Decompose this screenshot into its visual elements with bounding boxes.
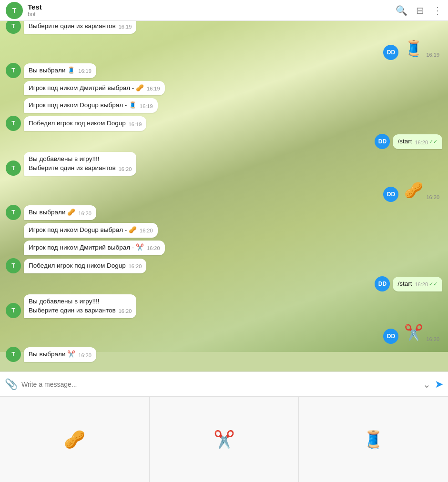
message-text: 🧵 bbox=[404, 40, 423, 57]
message-row: TВы выбрали 🧵16:19 bbox=[6, 63, 442, 78]
message-text: Игрок под ником Дмитрий выбрал - ✂️ bbox=[29, 244, 144, 251]
message-row: /start16:20✓✓DD bbox=[6, 134, 442, 149]
message-time: 16:20 bbox=[415, 139, 428, 146]
message-bubble: 🥜16:20 bbox=[401, 179, 442, 202]
message-text: Победил игрок под ником Dogup bbox=[29, 262, 126, 269]
message-bubble: /start16:20✓✓ bbox=[393, 134, 442, 149]
avatar: DD bbox=[375, 134, 390, 149]
message-bubble: Вы выбрали 🧵16:19 bbox=[24, 63, 96, 78]
message-bubble: Вы выбрали ✂️16:20 bbox=[24, 347, 96, 362]
message-bubble: ✂️16:20 bbox=[401, 321, 442, 344]
message-row: Игрок под ником Dogup выбрал - 🥜16:20 bbox=[6, 223, 442, 238]
avatar: DD bbox=[383, 45, 398, 60]
message-bubble: Игрок под ником Dogup выбрал - 🥜16:20 bbox=[24, 223, 158, 238]
message-time: 16:19 bbox=[140, 103, 153, 110]
chat-area: TВы добавлены в игру!!!! Выберите один и… bbox=[0, 21, 448, 372]
message-row: TПобедил игрок под ником Dogup16:19 bbox=[6, 116, 442, 131]
message-row: Игрок под ником Дмитрий выбрал - 🥜16:19 bbox=[6, 81, 442, 96]
message-row: TВы выбрали 🥜16:20 bbox=[6, 205, 442, 220]
message-time: 16:19 bbox=[426, 51, 439, 59]
message-text: ✂️ bbox=[404, 324, 423, 341]
message-text: Игрок под ником Дмитрий выбрал - 🥜 bbox=[29, 84, 144, 91]
input-area: 📎 ⌄ ➤ bbox=[0, 372, 448, 396]
message-time: 16:20 bbox=[140, 227, 153, 234]
message-time: 16:20 bbox=[119, 166, 132, 173]
message-bubble: Игрок под ником Дмитрий выбрал - 🥜16:19 bbox=[24, 81, 165, 96]
bot-button-2[interactable]: 🧵 bbox=[299, 397, 448, 482]
message-time: 16:19 bbox=[129, 121, 142, 128]
message-row: ✂️16:20DD bbox=[6, 321, 442, 344]
avatar: T bbox=[6, 21, 21, 34]
message-time: 16:20 bbox=[119, 308, 132, 315]
message-text: Игрок под ником Dogup выбрал - 🥜 bbox=[29, 226, 137, 233]
message-time: 16:19 bbox=[78, 68, 92, 75]
message-bubble: Вы добавлены в игру!!!! Выберите один из… bbox=[24, 152, 136, 176]
header-subtitle: bot bbox=[28, 11, 396, 18]
message-bubble: Победил игрок под ником Dogup16:20 bbox=[24, 259, 146, 273]
message-text: Вы выбрали ✂️ bbox=[29, 351, 75, 358]
message-row: TПобедил игрок под ником Dogup16:20 bbox=[6, 258, 442, 273]
header-avatar: T bbox=[6, 2, 23, 19]
message-row: TВы добавлены в игру!!!! Выберите один и… bbox=[6, 21, 442, 34]
header-title: Test bbox=[28, 3, 396, 11]
message-text: Вы выбрали 🥜 bbox=[29, 209, 75, 216]
message-bubble: 🧵16:19 bbox=[401, 37, 442, 60]
message-time: 16:19 bbox=[119, 23, 132, 30]
chevron-down-icon[interactable]: ⌄ bbox=[423, 379, 431, 390]
message-time: 16:20 bbox=[78, 352, 92, 359]
message-bubble: Игрок под ником Дмитрий выбрал - ✂️16:20 bbox=[24, 241, 165, 255]
message-text: /start bbox=[397, 138, 412, 145]
message-bubble: Вы выбрали 🥜16:20 bbox=[24, 205, 96, 220]
avatar: T bbox=[6, 63, 21, 78]
message-bubble: /start16:20✓✓ bbox=[393, 277, 442, 291]
avatar: DD bbox=[383, 329, 398, 344]
message-tick: ✓✓ bbox=[429, 281, 438, 287]
message-row: TВы добавлены в игру!!!! Выберите один и… bbox=[6, 152, 442, 176]
message-time: 16:20 bbox=[129, 263, 142, 270]
avatar: T bbox=[6, 347, 21, 362]
avatar: T bbox=[6, 303, 21, 318]
avatar: DD bbox=[383, 187, 398, 202]
search-icon[interactable]: 🔍 bbox=[396, 5, 407, 16]
message-bubble: Победил игрок под ником Dogup16:19 bbox=[24, 116, 146, 131]
message-text: Победил игрок под ником Dogup bbox=[29, 120, 126, 127]
bot-button-1[interactable]: ✂️ bbox=[150, 397, 299, 482]
panel-icon[interactable]: ⊟ bbox=[416, 5, 424, 16]
message-tick: ✓✓ bbox=[429, 139, 438, 144]
message-time: 16:20 bbox=[78, 210, 92, 217]
message-row: TВы выбрали ✂️16:20 bbox=[6, 347, 442, 362]
attach-icon[interactable]: 📎 bbox=[5, 378, 18, 391]
more-icon[interactable]: ⋮ bbox=[433, 5, 442, 16]
message-row: Игрок под ником Дмитрий выбрал - ✂️16:20 bbox=[6, 241, 442, 255]
avatar: T bbox=[6, 161, 21, 176]
avatar: T bbox=[6, 205, 21, 220]
header-title-block: Test bot bbox=[28, 3, 396, 18]
avatar: T bbox=[6, 116, 21, 131]
message-text: Игрок под ником Dogup выбрал - 🧵 bbox=[29, 101, 137, 109]
message-bubble: Вы добавлены в игру!!!! Выберите один из… bbox=[24, 21, 136, 34]
avatar: DD bbox=[375, 276, 390, 291]
header-icons: 🔍 ⊟ ⋮ bbox=[396, 5, 442, 16]
message-text: 🥜 bbox=[404, 181, 423, 199]
message-text: Вы добавлены в игру!!!! Выберите один из… bbox=[29, 298, 116, 314]
avatar: T bbox=[6, 258, 21, 273]
message-text: /start bbox=[397, 280, 412, 287]
message-row: /start16:20✓✓DD bbox=[6, 276, 442, 291]
message-bubble: Игрок под ником Dogup выбрал - 🧵16:19 bbox=[24, 98, 158, 113]
chat-header: T Test bot 🔍 ⊟ ⋮ bbox=[0, 0, 448, 21]
message-input[interactable] bbox=[21, 381, 419, 388]
message-text: Вы добавлены в игру!!!! Выберите один из… bbox=[29, 21, 116, 30]
message-time: 16:20 bbox=[147, 245, 160, 252]
message-bubble: Вы добавлены в игру!!!! Выберите один из… bbox=[24, 294, 136, 318]
message-time: 16:20 bbox=[426, 194, 439, 201]
message-row: TВы добавлены в игру!!!! Выберите один и… bbox=[6, 294, 442, 318]
message-time: 16:20 bbox=[426, 336, 439, 343]
send-icon[interactable]: ➤ bbox=[435, 378, 443, 391]
bot-button-0[interactable]: 🥜 bbox=[0, 397, 150, 482]
message-row: 🧵16:19DD bbox=[6, 37, 442, 60]
message-time: 16:19 bbox=[147, 85, 160, 92]
message-time: 16:20 bbox=[415, 281, 428, 288]
message-text: Вы выбрали 🧵 bbox=[29, 67, 75, 74]
message-row: Игрок под ником Dogup выбрал - 🧵16:19 bbox=[6, 98, 442, 113]
chat-messages: TВы добавлены в игру!!!! Выберите один и… bbox=[0, 21, 448, 367]
